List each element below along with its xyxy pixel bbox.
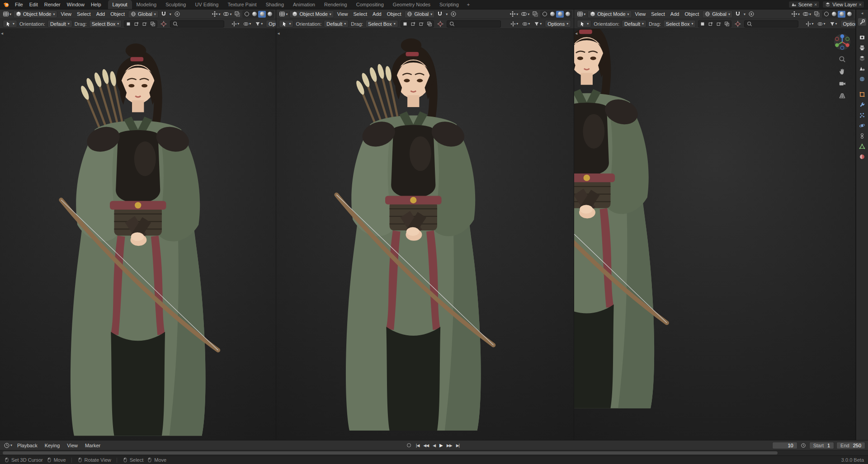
- active-tool-button[interactable]: ▾: [577, 20, 591, 28]
- search-input[interactable]: [744, 20, 798, 28]
- proportional-editing-toggle[interactable]: [173, 11, 181, 17]
- menu-marker[interactable]: Marker: [82, 443, 104, 448]
- snap-settings-dropdown[interactable]: ▾: [169, 12, 172, 16]
- menu-select[interactable]: Select: [351, 11, 370, 17]
- timeline-scrollbar[interactable]: [3, 451, 778, 455]
- properties-tab-object[interactable]: [858, 90, 866, 98]
- properties-tab-modifiers[interactable]: [858, 101, 866, 108]
- workspace-tab-texture-paint[interactable]: Texture Paint: [223, 0, 261, 9]
- pan-hand-icon[interactable]: [839, 68, 846, 75]
- ortho-grid-icon[interactable]: [839, 92, 846, 99]
- shading-rendered-button[interactable]: [266, 11, 274, 18]
- xray-toggle[interactable]: [813, 11, 821, 17]
- mode-select[interactable]: Object Mode ▾: [13, 10, 57, 18]
- select-mode-new[interactable]: [124, 21, 132, 27]
- properties-tab-object-data[interactable]: [858, 142, 866, 150]
- properties-tab-view-layer[interactable]: [858, 54, 866, 62]
- editor-type-button[interactable]: ▾: [576, 11, 586, 17]
- drag-mode-select[interactable]: Select Box ▾: [89, 20, 122, 28]
- auto-keying-toggle[interactable]: [407, 443, 411, 447]
- properties-tab-particles[interactable]: [858, 111, 866, 119]
- frame-end-field[interactable]: End 250: [836, 442, 865, 449]
- menu-help[interactable]: Help: [88, 0, 104, 9]
- gizmos-popover[interactable]: ▾: [231, 21, 240, 27]
- proportional-editing-toggle[interactable]: [747, 11, 755, 17]
- select-mode-extend[interactable]: [707, 21, 715, 27]
- shading-wireframe-button[interactable]: [541, 11, 548, 18]
- shading-wireframe-button[interactable]: [822, 11, 830, 18]
- properties-tab-tool[interactable]: [858, 18, 866, 26]
- preview-range-toggle[interactable]: [800, 443, 807, 448]
- timeline-track[interactable]: [0, 450, 868, 455]
- snap-settings-dropdown[interactable]: ▾: [445, 12, 448, 16]
- show-overlays-toggle[interactable]: ▾: [802, 11, 812, 17]
- select-mode-new[interactable]: [401, 21, 409, 27]
- workspace-tab-layout[interactable]: Layout: [108, 0, 132, 9]
- xray-toggle[interactable]: [531, 11, 539, 17]
- 3d-cursor-tool-icon[interactable]: [436, 21, 444, 27]
- workspace-tab-sculpting[interactable]: Sculpting: [161, 0, 190, 9]
- menu-object[interactable]: Object: [108, 11, 127, 17]
- camera-view-icon[interactable]: [839, 80, 846, 87]
- drag-mode-select[interactable]: Select Box ▾: [663, 20, 696, 28]
- editor-type-button[interactable]: ▾: [278, 11, 288, 17]
- toolbar-expand-arrow[interactable]: ◂: [277, 31, 279, 36]
- mode-select[interactable]: Object Mode ▾: [587, 10, 632, 18]
- select-mode-intersect[interactable]: [149, 21, 157, 27]
- menu-playback[interactable]: Playback: [14, 443, 41, 448]
- menu-view[interactable]: View: [335, 11, 350, 17]
- scene-selector[interactable]: Scene ×: [788, 1, 820, 8]
- properties-tab-world[interactable]: [858, 75, 866, 83]
- overlays-popover[interactable]: ▾: [816, 21, 826, 27]
- properties-tab-physics[interactable]: [858, 122, 866, 129]
- menu-add[interactable]: Add: [370, 11, 384, 17]
- transform-orientation-select[interactable]: Global ▾: [128, 10, 159, 18]
- jump-to-end-button[interactable]: ▶|: [454, 443, 461, 448]
- overlays-popover[interactable]: ▾: [521, 21, 531, 27]
- tool-orientation-select[interactable]: Default ▾: [47, 20, 72, 28]
- filter-popover[interactable]: ▾: [829, 21, 838, 27]
- play-button[interactable]: ▶: [438, 443, 444, 448]
- transform-orientation-select[interactable]: Global ▾: [702, 10, 733, 18]
- 3d-cursor-tool-icon[interactable]: [734, 21, 742, 27]
- shading-solid-button[interactable]: [250, 11, 258, 18]
- shading-solid-button[interactable]: [548, 11, 556, 18]
- drag-mode-select[interactable]: Select Box ▾: [365, 20, 398, 28]
- show-gizmo-toggle[interactable]: ▾: [790, 11, 801, 17]
- tool-orientation-select[interactable]: Default ▾: [324, 20, 349, 28]
- search-input[interactable]: [170, 20, 224, 28]
- snap-settings-dropdown[interactable]: ▾: [743, 12, 746, 16]
- workspace-tab-geometry-nodes[interactable]: Geometry Nodes: [388, 0, 435, 9]
- workspace-tab-animation[interactable]: Animation: [288, 0, 320, 9]
- view-layer-selector[interactable]: View Layer ×: [822, 1, 864, 8]
- tool-orientation-select[interactable]: Default ▾: [622, 20, 646, 28]
- menu-select[interactable]: Select: [75, 11, 93, 17]
- shading-material-preview-button[interactable]: [556, 11, 564, 18]
- previous-keyframe-button[interactable]: ◀◀: [421, 443, 430, 448]
- viewport-canvas[interactable]: ◂: [276, 29, 574, 440]
- show-gizmo-toggle[interactable]: ▾: [211, 11, 221, 17]
- snap-toggle[interactable]: [160, 11, 168, 17]
- editor-type-button[interactable]: ▾: [2, 11, 12, 17]
- menu-edit[interactable]: Edit: [26, 0, 41, 9]
- menu-object[interactable]: Object: [385, 11, 404, 17]
- select-mode-extend[interactable]: [132, 21, 141, 27]
- 3d-viewport[interactable]: ▾ Object Mode ▾ View Select Add Object G…: [276, 9, 574, 440]
- properties-tab-constraints[interactable]: [858, 132, 866, 140]
- filter-popover[interactable]: ▾: [533, 21, 542, 27]
- workspace-tab-rendering[interactable]: Rendering: [320, 0, 352, 9]
- filter-popover[interactable]: ▾: [254, 21, 264, 27]
- transform-orientation-select[interactable]: Global ▾: [404, 10, 435, 18]
- play-reverse-button[interactable]: ◀: [431, 443, 437, 448]
- options-popover[interactable]: Options ▾: [840, 20, 855, 28]
- orbit-gizmo[interactable]: [834, 33, 851, 51]
- viewport-canvas[interactable]: ◂: [574, 29, 855, 440]
- menu-file[interactable]: File: [12, 0, 26, 9]
- properties-tab-render[interactable]: [858, 33, 866, 41]
- workspace-tab-shading[interactable]: Shading: [261, 0, 288, 9]
- menu-keying[interactable]: Keying: [42, 443, 63, 448]
- menu-object[interactable]: Object: [682, 11, 701, 17]
- show-overlays-toggle[interactable]: ▾: [222, 11, 232, 17]
- select-mode-new[interactable]: [698, 21, 707, 27]
- shading-rendered-button[interactable]: [845, 11, 853, 18]
